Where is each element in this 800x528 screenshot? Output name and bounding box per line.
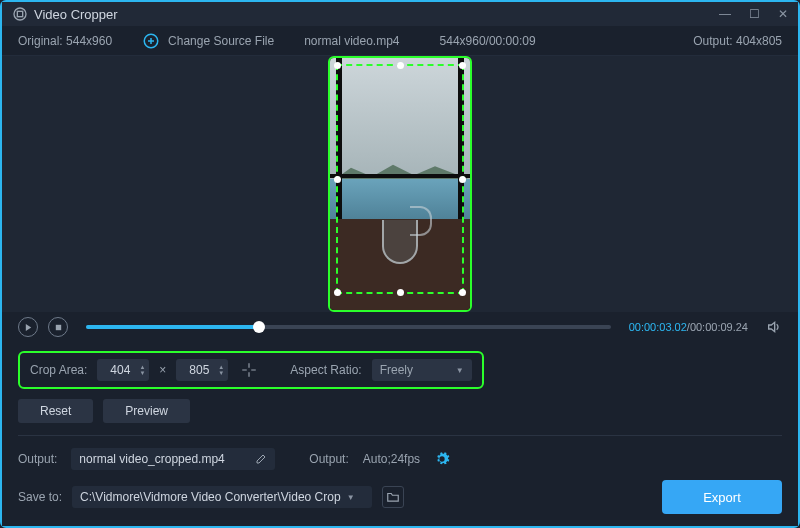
crop-handle-tm[interactable] bbox=[397, 62, 404, 69]
aspect-ratio-label: Aspect Ratio: bbox=[290, 363, 361, 377]
output-dimensions: Output: 404x805 bbox=[693, 34, 782, 48]
current-time: 00:00:03.02 bbox=[629, 321, 687, 333]
crop-handle-tr[interactable] bbox=[459, 62, 466, 69]
crop-width-input[interactable]: ▲▼ bbox=[97, 359, 149, 381]
center-crop-button[interactable] bbox=[238, 359, 260, 381]
change-source-label: Change Source File bbox=[168, 34, 274, 48]
crop-controls-group: Crop Area: ▲▼ × ▲▼ Aspect Ratio: Freely … bbox=[18, 351, 484, 389]
chevron-down-icon: ▼ bbox=[456, 366, 464, 375]
minimize-button[interactable]: — bbox=[719, 7, 731, 21]
save-path-value: C:\Vidmore\Vidmore Video Converter\Video… bbox=[80, 490, 341, 504]
titlebar: Video Cropper — ☐ ✕ bbox=[2, 2, 798, 26]
reset-button[interactable]: Reset bbox=[18, 399, 93, 423]
crop-handle-tl[interactable] bbox=[334, 62, 341, 69]
svg-rect-3 bbox=[55, 325, 60, 330]
play-button[interactable] bbox=[18, 317, 38, 337]
crop-handle-ml[interactable] bbox=[334, 176, 341, 183]
volume-icon[interactable] bbox=[766, 319, 782, 335]
save-to-label: Save to: bbox=[18, 490, 62, 504]
preview-area bbox=[2, 56, 798, 312]
times-icon: × bbox=[159, 363, 166, 377]
edit-icon[interactable] bbox=[255, 453, 267, 465]
crop-area-label: Crop Area: bbox=[30, 363, 87, 377]
maximize-button[interactable]: ☐ bbox=[749, 7, 760, 21]
crop-handle-mr[interactable] bbox=[459, 176, 466, 183]
center-icon bbox=[240, 361, 258, 379]
source-filename: normal video.mp4 bbox=[304, 34, 399, 48]
settings-icon[interactable] bbox=[434, 451, 450, 467]
app-title-text: Video Cropper bbox=[34, 7, 118, 22]
width-down[interactable]: ▼ bbox=[139, 370, 145, 376]
close-button[interactable]: ✕ bbox=[778, 7, 788, 21]
preview-button[interactable]: Preview bbox=[103, 399, 190, 423]
original-dimensions: Original: 544x960 bbox=[18, 34, 112, 48]
time-display: 00:00:03.02/00:00:09.24 bbox=[629, 321, 748, 333]
height-down[interactable]: ▼ bbox=[218, 370, 224, 376]
crop-height-field[interactable] bbox=[184, 363, 214, 377]
save-row: Save to: C:\Vidmore\Vidmore Video Conver… bbox=[18, 480, 782, 514]
transport-bar: 00:00:03.02/00:00:09.24 bbox=[2, 312, 798, 343]
output-settings-value: Auto;24fps bbox=[363, 452, 420, 466]
crop-selection[interactable] bbox=[336, 64, 464, 294]
separator bbox=[18, 435, 782, 436]
aspect-ratio-select[interactable]: Freely ▼ bbox=[372, 359, 472, 381]
output-filename-field[interactable] bbox=[71, 448, 275, 470]
change-source-button[interactable]: Change Source File bbox=[142, 32, 274, 50]
video-frame[interactable] bbox=[328, 56, 472, 312]
stop-button[interactable] bbox=[48, 317, 68, 337]
crop-handle-bl[interactable] bbox=[334, 289, 341, 296]
plus-circle-icon bbox=[142, 32, 160, 50]
output-filename-input[interactable] bbox=[79, 452, 249, 466]
svg-rect-1 bbox=[17, 11, 22, 16]
export-button[interactable]: Export bbox=[662, 480, 782, 514]
chevron-down-icon: ▼ bbox=[347, 493, 355, 502]
crop-handle-br[interactable] bbox=[459, 289, 466, 296]
app-icon bbox=[12, 6, 28, 22]
info-bar: Original: 544x960 Change Source File nor… bbox=[2, 26, 798, 56]
output-settings-label: Output: bbox=[309, 452, 348, 466]
aspect-ratio-value: Freely bbox=[380, 363, 413, 377]
seek-slider[interactable] bbox=[86, 325, 611, 329]
app-title: Video Cropper bbox=[12, 6, 719, 22]
output-file-label: Output: bbox=[18, 452, 57, 466]
save-path-select[interactable]: C:\Vidmore\Vidmore Video Converter\Video… bbox=[72, 486, 372, 508]
controls-panel: Crop Area: ▲▼ × ▲▼ Aspect Ratio: Freely … bbox=[2, 343, 798, 526]
crop-handle-bm[interactable] bbox=[397, 289, 404, 296]
crop-width-field[interactable] bbox=[105, 363, 135, 377]
crop-height-input[interactable]: ▲▼ bbox=[176, 359, 228, 381]
source-meta: normal video.mp4 544x960/00:00:09 bbox=[304, 34, 535, 48]
total-time: 00:00:09.24 bbox=[690, 321, 748, 333]
seek-knob[interactable] bbox=[253, 321, 265, 333]
folder-icon bbox=[386, 491, 400, 503]
source-dimensions-duration: 544x960/00:00:09 bbox=[440, 34, 536, 48]
output-row: Output: Output: Auto;24fps bbox=[18, 448, 782, 470]
svg-point-0 bbox=[14, 8, 26, 20]
open-folder-button[interactable] bbox=[382, 486, 404, 508]
